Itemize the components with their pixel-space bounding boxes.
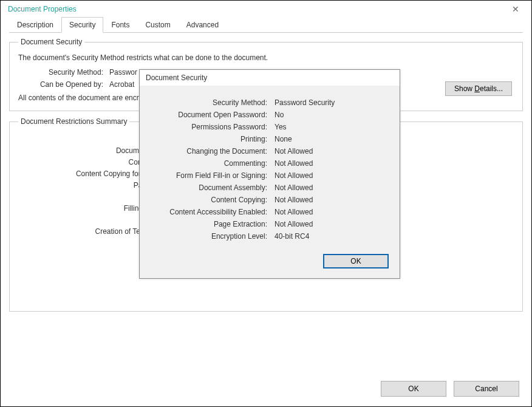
dialog-row: Encryption Level:40-bit RC4: [146, 232, 389, 241]
close-icon[interactable]: ✕: [503, 3, 528, 15]
document-security-legend: Document Security: [18, 38, 84, 46]
dialog-row-value: Yes: [275, 123, 287, 131]
dialog-title: Document Security: [140, 70, 400, 86]
dialog-row-value: No: [275, 111, 284, 119]
dialog-row-label: Changing the Document:: [146, 147, 267, 156]
dialog-row-label: Document Assembly:: [146, 183, 267, 192]
dialog-row-label: Permissions Password:: [146, 123, 267, 131]
tab-custom[interactable]: Custom: [137, 17, 178, 33]
dialog-row-label: Security Method:: [146, 98, 267, 107]
dialog-row: Document Assembly:Not Allowed: [146, 183, 389, 192]
dialog-row-label: Form Field Fill-in or Signing:: [146, 171, 267, 180]
show-details-button[interactable]: Show Details...: [445, 81, 512, 96]
dialog-row: Content Copying:Not Allowed: [146, 196, 389, 204]
dialog-row-label: Page Extraction:: [146, 220, 267, 228]
dialog-row-label: Commenting:: [146, 159, 267, 168]
dialog-footer: OK: [140, 253, 400, 278]
dialog-buttons: OK Cancel: [381, 381, 519, 397]
dialog-row-value: Not Allowed: [275, 196, 313, 204]
tab-fonts[interactable]: Fonts: [103, 17, 137, 33]
dialog-row: Content Accessibility Enabled:Not Allowe…: [146, 208, 389, 216]
dialog-row: Form Field Fill-in or Signing:Not Allowe…: [146, 171, 389, 180]
ok-button[interactable]: OK: [381, 381, 446, 397]
dialog-row: Security Method:Password Security: [146, 98, 389, 107]
dialog-row: Commenting:Not Allowed: [146, 159, 389, 168]
security-method-value: Passwor: [109, 68, 137, 77]
dialog-row-value: Not Allowed: [275, 208, 313, 216]
dialog-row-value: Password Security: [275, 98, 335, 107]
tab-advanced[interactable]: Advanced: [179, 17, 227, 33]
dialog-row-label: Document Open Password:: [146, 111, 267, 119]
dialog-row-value: Not Allowed: [275, 171, 313, 180]
security-intro-text: The document's Security Method restricts…: [18, 53, 514, 62]
dialog-row-value: Not Allowed: [275, 220, 313, 228]
opened-by-label: Can be Opened by:: [18, 80, 103, 89]
dialog-body: Security Method:Password SecurityDocumen…: [140, 86, 400, 253]
dialog-row-label: Content Copying:: [146, 196, 267, 204]
dialog-row-label: Content Accessibility Enabled:: [146, 208, 267, 216]
dialog-row: Printing:None: [146, 135, 389, 143]
dialog-row-value: 40-bit RC4: [275, 232, 309, 241]
cancel-button[interactable]: Cancel: [454, 381, 519, 397]
dialog-row-value: None: [275, 135, 292, 143]
dialog-row-label: Encryption Level:: [146, 232, 267, 241]
dialog-row: Permissions Password:Yes: [146, 123, 389, 131]
dialog-ok-button[interactable]: OK: [323, 254, 389, 268]
dialog-row: Page Extraction:Not Allowed: [146, 220, 389, 228]
restrictions-legend: Document Restrictions Summary: [18, 117, 129, 126]
tab-security[interactable]: Security: [61, 17, 103, 33]
opened-by-value: Acrobat: [109, 80, 134, 89]
dialog-row-value: Not Allowed: [275, 183, 313, 192]
dialog-row: Document Open Password:No: [146, 111, 389, 119]
show-details-label: Show Details...: [454, 84, 503, 93]
window-title: Document Properties: [8, 5, 77, 13]
security-method-label: Security Method:: [18, 68, 103, 77]
tab-strip: Description Security Fonts Custom Advanc…: [9, 16, 523, 33]
dialog-row-value: Not Allowed: [275, 159, 313, 168]
dialog-row-label: Printing:: [146, 135, 267, 143]
dialog-row-value: Not Allowed: [275, 147, 313, 156]
tab-description[interactable]: Description: [9, 17, 61, 33]
document-security-dialog: Document Security Security Method:Passwo…: [139, 69, 400, 279]
titlebar: Document Properties ✕: [1, 1, 531, 16]
dialog-row: Changing the Document:Not Allowed: [146, 147, 389, 156]
